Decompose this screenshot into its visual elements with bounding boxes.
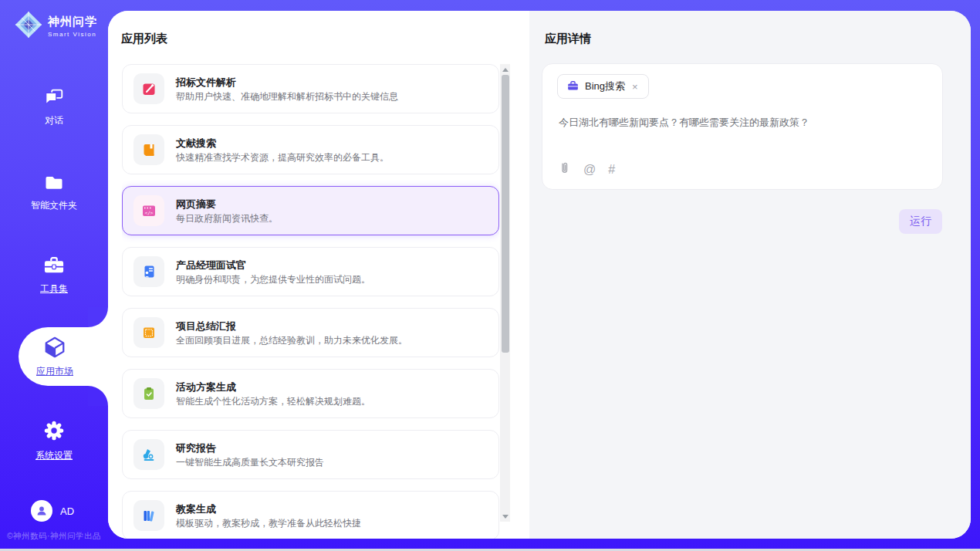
at-icon[interactable]: @ — [583, 164, 596, 176]
note-icon — [133, 317, 164, 348]
research-icon — [133, 439, 164, 470]
sidebar-item-toolset[interactable]: 工具集 — [0, 255, 108, 296]
avatar — [31, 500, 52, 522]
sidebar-item-settings[interactable]: 系统设置 — [0, 420, 108, 462]
app-cards: 招标文件解析 帮助用户快速、准确地理解和解析招标书中的关键信息 文献搜索 — [122, 64, 499, 539]
app-card-title: 文献搜索 — [176, 138, 389, 148]
book-icon — [133, 134, 164, 165]
sidebar-item-label: 工具集 — [40, 282, 68, 296]
briefcase-icon — [566, 79, 580, 95]
sidebar-item-chat[interactable]: 对话 — [0, 86, 108, 127]
sidebar: 神州问学 Smart Vision 对话 智能文件夹 — [0, 0, 108, 551]
tool-tag-bing-search[interactable]: Bing搜索 × — [557, 74, 649, 99]
sidebar-item-label: 系统设置 — [35, 449, 73, 462]
app-card-lesson-plan[interactable]: 教案生成 模板驱动，教案秒成，教学准备从此轻松快捷 — [122, 491, 499, 539]
tool-tag-label: Bing搜索 — [585, 79, 625, 93]
run-button[interactable]: 运行 — [899, 209, 942, 234]
app-detail-title: 应用详情 — [545, 32, 591, 46]
brand-name: 神州问学 — [48, 15, 97, 29]
app-list-title: 应用列表 — [121, 32, 167, 46]
query-card: Bing搜索 × 今日湖北有哪些新闻要点？有哪些需要关注的最新政策？ @ # — [542, 63, 943, 190]
app-card-pm-interviewer[interactable]: 产品经理面试官 明确身份和职责，为您提供专业性的面试问题。 — [122, 247, 499, 296]
app-card-title: 研究报告 — [176, 443, 324, 453]
app-card-desc: 全面回顾项目进展，总结经验教训，助力未来优化发展。 — [176, 336, 407, 345]
scroll-down-icon[interactable] — [500, 511, 510, 522]
edit-icon — [133, 73, 164, 104]
app-card-desc: 帮助用户快速、准确地理解和解析招标书中的关键信息 — [176, 92, 398, 101]
bubble-notch-top — [88, 307, 108, 327]
bubble-notch-bottom — [88, 386, 108, 406]
app-card-desc: 模板驱动，教案秒成，教学准备从此轻松快捷 — [176, 519, 361, 528]
clipboard-check-icon — [133, 378, 164, 409]
app-card-event-plan[interactable]: 活动方案生成 智能生成个性化活动方案，轻松解决规划难题。 — [122, 369, 499, 418]
brand-logo: 神州问学 Smart Vision — [14, 10, 97, 42]
cube-icon — [43, 336, 66, 362]
app-list-pane: 应用列表 招标文件解析 帮助用户快速、准确地理解和解析招标书中的关键信息 — [108, 11, 529, 539]
scrollbar-thumb[interactable] — [502, 75, 509, 353]
paperclip-icon[interactable] — [558, 161, 571, 178]
app-card-desc: 智能生成个性化活动方案，轻松解决规划难题。 — [176, 397, 370, 406]
sidebar-item-app-market[interactable]: 应用市场 — [19, 327, 108, 386]
input-toolbar: @ # — [558, 161, 615, 178]
app-card-title: 活动方案生成 — [176, 382, 370, 392]
sidebar-item-label: 对话 — [45, 114, 63, 127]
app-card-research-report[interactable]: 研究报告 一键智能生成高质量长文本研究报告 — [122, 430, 499, 479]
sidebar-item-label: 智能文件夹 — [31, 199, 77, 212]
brand-subtitle: Smart Vision — [48, 31, 97, 38]
app-card-web-summary[interactable]: </> 网页摘要 每日政府新闻资讯快查。 — [122, 186, 499, 235]
toolbox-icon — [42, 255, 66, 278]
app-card-project-summary[interactable]: 项目总结汇报 全面回顾项目进展，总结经验教训，助力未来优化发展。 — [122, 308, 499, 357]
app-detail-pane: 应用详情 Bing搜索 × 今日湖北有哪些新闻要点？有哪些需要关注的最新政策？ — [529, 11, 971, 539]
app-card-title: 教案生成 — [176, 504, 361, 514]
gear-icon — [43, 420, 65, 445]
books-icon — [133, 500, 164, 531]
copyright-text: ©神州数码·神州问学出品 — [0, 531, 108, 542]
app-card-title: 招标文件解析 — [176, 77, 398, 87]
app-card-desc: 每日政府新闻资讯快查。 — [176, 214, 278, 223]
scroll-up-icon[interactable] — [500, 64, 510, 75]
user-account[interactable]: AD — [31, 500, 74, 522]
app-card-desc: 快速精准查找学术资源，提高研究效率的必备工具。 — [176, 153, 389, 162]
app-list-scrollbar[interactable] — [500, 64, 510, 522]
app-card-desc: 一键智能生成高质量长文本研究报告 — [176, 458, 324, 467]
svg-text:</>: </> — [145, 210, 154, 215]
app-card-literature-search[interactable]: 文献搜索 快速精准查找学术资源，提高研究效率的必备工具。 — [122, 125, 499, 174]
sidebar-item-smart-folder[interactable]: 智能文件夹 — [0, 173, 108, 212]
web-code-icon: </> — [133, 195, 164, 226]
app-window: 神州问学 Smart Vision 对话 智能文件夹 — [0, 0, 980, 551]
tag-close-icon[interactable]: × — [630, 81, 640, 93]
folder-icon — [43, 173, 65, 194]
app-card-title: 网页摘要 — [176, 199, 278, 209]
interview-icon — [133, 256, 164, 287]
query-input[interactable]: 今日湖北有哪些新闻要点？有哪些需要关注的最新政策？ — [559, 115, 927, 130]
app-card-bid-parse[interactable]: 招标文件解析 帮助用户快速、准确地理解和解析招标书中的关键信息 — [122, 64, 499, 113]
brand-diamond-icon — [14, 10, 43, 42]
main-content: 应用列表 招标文件解析 帮助用户快速、准确地理解和解析招标书中的关键信息 — [108, 11, 971, 539]
app-card-desc: 明确身份和职责，为您提供专业性的面试问题。 — [176, 275, 370, 284]
sidebar-item-label: 应用市场 — [36, 365, 73, 378]
app-card-title: 项目总结汇报 — [176, 321, 407, 331]
app-card-title: 产品经理面试官 — [176, 260, 370, 270]
chat-icon — [43, 86, 65, 110]
user-initials: AD — [60, 505, 74, 517]
hash-icon[interactable]: # — [608, 164, 615, 176]
